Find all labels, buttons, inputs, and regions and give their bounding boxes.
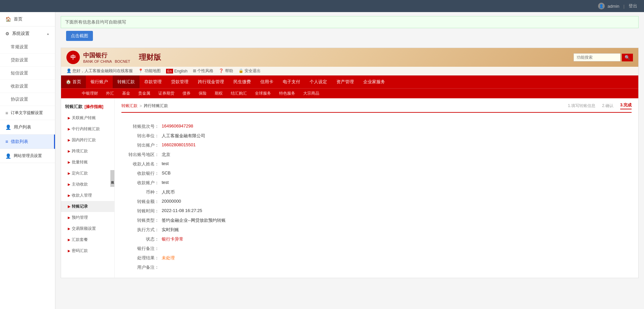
bank-sub-nav-9[interactable]: 全球服务	[251, 89, 275, 98]
bank-panel-item-1[interactable]: ▶ 中行内转账汇款	[61, 123, 114, 135]
info-bar: 下面所有信息条目均可自助填写	[61, 16, 639, 28]
bank-panel-item-3[interactable]: ▶ 跨境汇款	[61, 146, 114, 157]
bank-sub-nav-1[interactable]: 外汇	[102, 89, 118, 98]
bank-left-panel: 转账汇款 [操作指南] ▶ 关联账户转账 ▶ 中行内转账汇款 ▶ 国内跨行汇款	[61, 98, 115, 278]
chevron-up-icon: ▲	[46, 32, 50, 36]
detail-amount: 转账金额： 20000000	[121, 199, 632, 205]
style-icon: ⊞	[193, 68, 196, 73]
bank-name-bocnet: BANK OF CHINA BOCNET	[83, 59, 130, 63]
tri-icon-0: ▶	[68, 116, 70, 120]
bank-search[interactable]: 🔍	[574, 53, 633, 61]
bank-nav-transfer[interactable]: 转账汇款	[113, 75, 140, 88]
bank-nav-credit-card[interactable]: 信用卡	[256, 75, 278, 88]
detail-status: 状态： 银行卡异常	[121, 236, 632, 242]
bank-nav-personal-settings[interactable]: 个人设定	[305, 75, 332, 88]
bank-sub-nav-2[interactable]: 基金	[118, 89, 134, 98]
tri-icon-5: ▶	[68, 171, 70, 175]
bank-panel-item-11[interactable]: ▶ 汇款套餐	[61, 234, 114, 245]
lock-icon: 🔒	[238, 68, 244, 73]
sidebar-item-loan-list[interactable]: ≡ 借款列表	[0, 135, 55, 149]
detail-from-account: 转出账户： 16602808015501	[121, 142, 632, 148]
tri-icon-1: ▶	[68, 127, 70, 131]
step-3: 3.完成	[620, 102, 632, 109]
breadcrumb-separator: >	[140, 104, 142, 108]
bank-sub-nav-0[interactable]: 中银理财	[78, 89, 102, 98]
user-avatar: 👤	[598, 3, 605, 9]
detail-bank-note: 银行备注：	[121, 246, 632, 252]
sidebar-item-user-list[interactable]: 👤 用户列表	[0, 120, 55, 135]
sidebar-item-collection-settings[interactable]: 收款设置	[0, 80, 55, 93]
en-badge: En	[166, 69, 173, 73]
bank-search-input[interactable]	[574, 53, 621, 61]
tri-icon-11: ▶	[68, 238, 70, 242]
bank-sub-nav-3[interactable]: 贵金属	[134, 89, 154, 98]
admin-icon: 👤	[5, 153, 11, 159]
bank-nav-cross-bank-cash[interactable]: 跨行现金管理	[193, 75, 229, 88]
step-2: 2.确认	[602, 103, 613, 109]
bank-sub-nav-6[interactable]: 保险	[195, 89, 211, 98]
help-link[interactable]: ❓ 帮助	[219, 68, 233, 74]
user-greeting: 👤 您好，人工客服金融顾问在线客服	[66, 68, 133, 74]
hide-panel-button[interactable]: 隐藏菜单	[110, 170, 114, 187]
sidebar-item-order-text[interactable]: ≡ 订单文字提醒设置	[0, 106, 55, 120]
bank-sub-nav-7[interactable]: 期权	[211, 89, 227, 98]
tri-icon-7: ▶	[68, 194, 70, 197]
bank-sub-nav-5[interactable]: 债券	[178, 89, 195, 98]
sidebar-item-home[interactable]: 🏠 首页	[0, 12, 55, 27]
list-icon: ≡	[5, 110, 8, 116]
detail-from-unit: 转出单位： 人工客服金融有限公司	[121, 133, 632, 139]
tri-icon-4: ▶	[68, 160, 70, 164]
bank-logo-circle: 中	[66, 51, 80, 64]
step-indicator: 1.填写转账信息 2.确认 3.完成	[568, 102, 632, 109]
step-1: 1.填写转账信息	[568, 103, 595, 109]
bank-panel-item-6[interactable]: ▶ 主动收款	[61, 179, 114, 190]
sidebar-item-site-admin[interactable]: 👤 网站管理员设置	[0, 149, 55, 163]
bank-panel-item-8[interactable]: ▶ 转账记录	[61, 201, 114, 212]
gear-icon: ⚙	[5, 31, 9, 36]
bank-sub-nav-10[interactable]: 特色服务	[275, 89, 299, 98]
detail-currency: 币种： 人民币	[121, 189, 632, 195]
exit-link[interactable]: 🔒 安全退出	[238, 68, 261, 74]
bank-sub-nav-8[interactable]: 结汇购汇	[227, 89, 251, 98]
top-bar: 👤 admin | 登出	[0, 0, 644, 12]
logout-button[interactable]: 登出	[629, 3, 637, 9]
bank-panel-item-2[interactable]: ▶ 国内跨行汇款	[61, 135, 114, 146]
bank-nav-enterprise[interactable]: 企业家服务	[359, 75, 390, 88]
bank-sub-nav-4[interactable]: 证券期货	[154, 89, 178, 98]
bank-nav-loan[interactable]: 贷款管理	[166, 75, 193, 88]
bank-panel-item-0[interactable]: ▶ 关联账户转账	[61, 112, 114, 123]
detail-batch-no: 转账批次号： 1649606947298	[121, 123, 632, 130]
detail-process-result: 处理结果： 未处理	[121, 255, 632, 261]
tri-icon-3: ▶	[68, 149, 70, 153]
sidebar-item-general-settings[interactable]: 常规设置	[0, 41, 55, 54]
bank-panel-item-5[interactable]: ▶ 定向汇款	[61, 168, 114, 179]
bank-sub-nav-11[interactable]: 大宗商品	[299, 89, 323, 98]
bank-panel-item-7[interactable]: ▶ 收款人管理	[61, 190, 114, 201]
username-label: admin	[607, 4, 619, 9]
sidebar-item-protocol-settings[interactable]: 协议设置	[0, 93, 55, 106]
bank-panel-item-10[interactable]: ▶ 交易限额设置	[61, 223, 114, 234]
map-link[interactable]: 📍 功能地图	[138, 68, 160, 74]
bank-name-cn: 中国银行	[83, 51, 130, 59]
bank-panel-item-12[interactable]: ▶ 密码汇款	[61, 245, 114, 256]
bank-frame: 中 中国银行 BANK OF CHINA BOCNET 理财版 🔍	[61, 48, 639, 278]
bank-nav-e-pay[interactable]: 电子支付	[278, 75, 305, 88]
bank-search-button[interactable]: 🔍	[622, 54, 633, 61]
bank-nav-civil[interactable]: 民生缴费	[229, 75, 256, 88]
bank-nav-asset-mgmt[interactable]: 资产管理	[332, 75, 359, 88]
sidebar-item-sms-settings[interactable]: 短信设置	[0, 67, 55, 80]
bank-panel-item-9[interactable]: ▶ 预约管理	[61, 212, 114, 223]
bank-main-nav: 🏠 首页 银行账户 转账汇款 存款管理 贷款管理 跨行现金管理	[61, 75, 638, 88]
sidebar-item-system-settings[interactable]: ⚙ 系统设置 ▲	[0, 27, 55, 41]
english-button[interactable]: En English	[166, 69, 187, 73]
style-link[interactable]: ⊞ 个性风格	[193, 68, 213, 74]
screenshot-button[interactable]: 点击截图	[66, 31, 93, 41]
bank-nav-bank-account[interactable]: 银行账户	[86, 75, 113, 88]
bank-panel-item-4[interactable]: ▶ 批量转账	[61, 157, 114, 168]
detail-time: 转账时间： 2022-11-08 16:27:25	[121, 208, 632, 214]
bank-panel-title: 转账汇款 [操作指南]	[61, 101, 114, 112]
bank-right-content: 转账汇款 > 跨行转账汇款 1.填写转账信息 2.确认 3.完成	[115, 98, 638, 278]
bank-nav-deposit[interactable]: 存款管理	[140, 75, 166, 88]
bank-nav-home[interactable]: 🏠 首页	[61, 75, 86, 88]
sidebar-item-loan-settings[interactable]: 贷款设置	[0, 54, 55, 67]
